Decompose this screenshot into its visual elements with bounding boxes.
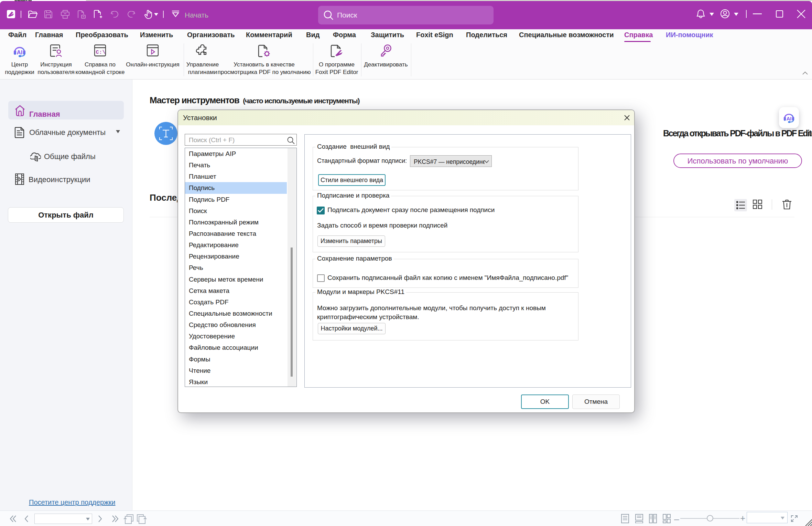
svg-text:AI: AI — [17, 49, 23, 56]
svg-text:AI: AI — [786, 116, 791, 122]
svg-text:C:\: C:\ — [96, 50, 106, 55]
